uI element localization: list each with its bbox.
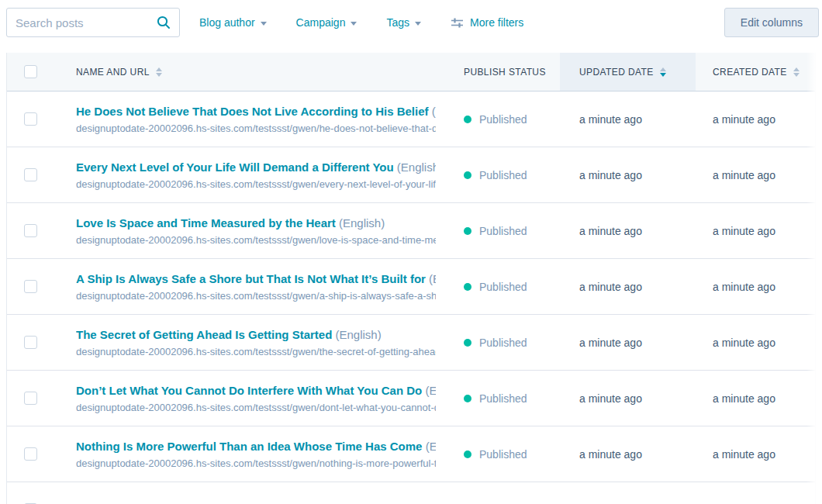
name-url-cell: He Does Not Believe That Does Not Live A… xyxy=(57,104,447,135)
more-filters-button[interactable]: More filters xyxy=(451,16,523,29)
publish-status-label: Published xyxy=(479,448,527,461)
published-dot-icon xyxy=(464,116,471,123)
updated-date-cell: a minute ago xyxy=(560,225,696,237)
publish-status-label: Published xyxy=(479,225,527,237)
post-url: designuptodate-20002096.hs-sites.com/tes… xyxy=(76,401,436,414)
column-header-publish-status: PUBLISH STATUS xyxy=(447,53,560,91)
chevron-down-icon xyxy=(415,22,421,26)
post-url: designuptodate-20002096.hs-sites.com/tes… xyxy=(76,289,436,302)
updated-date-cell: a minute ago xyxy=(560,169,696,181)
post-language-label: (Eng... xyxy=(426,272,436,285)
post-title-link[interactable]: A Ship Is Always Safe a Shore but That I… xyxy=(76,272,426,285)
post-title-link[interactable]: Every Next Level of Your Life Will Deman… xyxy=(76,161,394,174)
search-icon[interactable] xyxy=(157,16,179,29)
publish-status-cell: Published xyxy=(447,225,560,237)
publish-status-label: Published xyxy=(479,281,527,293)
search-box xyxy=(6,8,180,37)
row-checkbox[interactable] xyxy=(24,280,37,293)
blog-posts-page: Blog author Campaign Tags xyxy=(0,0,822,504)
post-title-link[interactable]: Love Is Space and Time Measured by the H… xyxy=(76,216,336,230)
column-header-label: CREATED DATE xyxy=(713,67,787,78)
publish-status-cell: Published xyxy=(447,281,560,293)
table-row: Love Is Space and Time Measured by the H… xyxy=(7,203,815,259)
updated-date-cell: a minute ago xyxy=(560,392,696,405)
select-all-checkbox[interactable] xyxy=(24,65,37,78)
name-url-cell: Who Looks Outside, Dreams, Who Looks Ins… xyxy=(57,501,447,504)
row-checkbox[interactable] xyxy=(24,168,37,181)
table-body: He Does Not Believe That Does Not Live A… xyxy=(7,91,815,504)
created-date-cell: a minute ago xyxy=(696,225,817,237)
publish-status-label: Published xyxy=(479,337,527,349)
table-row: Don’t Let What You Cannot Do Interfere W… xyxy=(7,371,815,426)
updated-date-cell: a minute ago xyxy=(560,281,696,293)
row-checkbox-cell xyxy=(7,336,57,349)
created-date-cell: a minute ago xyxy=(696,448,817,461)
chevron-down-icon xyxy=(261,22,267,26)
published-dot-icon xyxy=(464,171,471,179)
name-url-cell: A Ship Is Always Safe a Shore but That I… xyxy=(57,271,447,302)
column-header-name-url[interactable]: NAME AND URL xyxy=(57,53,447,91)
campaign-dropdown[interactable]: Campaign xyxy=(296,16,357,29)
post-language-label: (English) xyxy=(332,328,381,341)
post-title-link[interactable]: Don’t Let What You Cannot Do Interfere W… xyxy=(76,384,422,397)
column-header-label: UPDATED DATE xyxy=(579,67,654,78)
row-checkbox[interactable] xyxy=(24,336,37,349)
filter-dropdowns: Blog author Campaign Tags xyxy=(199,16,523,29)
more-filters-label: More filters xyxy=(470,16,523,29)
updated-date-cell: a minute ago xyxy=(560,113,696,126)
post-url: designuptodate-20002096.hs-sites.com/tes… xyxy=(76,457,436,470)
post-url: designuptodate-20002096.hs-sites.com/tes… xyxy=(76,122,436,135)
row-checkbox-cell xyxy=(7,112,57,126)
publish-status-label: Published xyxy=(479,392,527,405)
post-language-label: (En... xyxy=(422,384,436,397)
name-url-cell: Nothing Is More Powerful Than an Idea Wh… xyxy=(57,439,447,470)
row-checkbox[interactable] xyxy=(24,224,37,237)
name-url-cell: Every Next Level of Your Life Will Deman… xyxy=(57,160,447,191)
row-checkbox[interactable] xyxy=(24,392,37,405)
campaign-label: Campaign xyxy=(296,16,346,29)
name-url-cell: The Secret of Getting Ahead Is Getting S… xyxy=(57,327,447,358)
published-dot-icon xyxy=(464,339,471,347)
row-checkbox-cell xyxy=(7,224,57,237)
search-input[interactable] xyxy=(7,16,157,29)
post-language-label: (English) xyxy=(336,216,385,230)
published-dot-icon xyxy=(464,227,471,235)
column-header-label: NAME AND URL xyxy=(76,67,150,78)
post-url: designuptodate-20002096.hs-sites.com/tes… xyxy=(76,178,436,191)
row-checkbox-cell xyxy=(7,447,57,461)
created-date-cell: a minute ago xyxy=(696,113,817,126)
chevron-down-icon xyxy=(351,22,357,26)
column-header-updated-date[interactable]: UPDATED DATE xyxy=(560,53,696,91)
sort-arrows-icon[interactable] xyxy=(660,67,666,77)
select-all-cell xyxy=(7,53,57,91)
blog-author-dropdown[interactable]: Blog author xyxy=(199,16,267,29)
table-row: Every Next Level of Your Life Will Deman… xyxy=(7,147,815,203)
post-title-link[interactable]: Nothing Is More Powerful Than an Idea Wh… xyxy=(76,440,422,453)
publish-status-cell: Published xyxy=(447,169,560,181)
row-checkbox[interactable] xyxy=(24,112,37,126)
row-checkbox[interactable] xyxy=(24,447,37,461)
table-header-row: NAME AND URL PUBLISH STATUS UPDATED DATE… xyxy=(7,53,815,91)
post-title-link[interactable]: The Secret of Getting Ahead Is Getting S… xyxy=(76,328,332,341)
post-language-label: (En... xyxy=(422,440,436,453)
column-header-created-date[interactable]: CREATED DATE xyxy=(696,53,817,91)
name-url-cell: Love Is Space and Time Measured by the H… xyxy=(57,216,447,247)
post-title-link[interactable]: He Does Not Believe That Does Not Live A… xyxy=(76,105,429,118)
published-dot-icon xyxy=(464,283,471,291)
post-url: designuptodate-20002096.hs-sites.com/tes… xyxy=(76,233,436,247)
created-date-cell: a minute ago xyxy=(696,392,817,405)
posts-table: NAME AND URL PUBLISH STATUS UPDATED DATE… xyxy=(6,53,816,504)
tags-label: Tags xyxy=(386,16,409,29)
tags-dropdown[interactable]: Tags xyxy=(386,16,421,29)
sort-arrows-icon[interactable] xyxy=(793,67,800,77)
created-date-cell: a minute ago xyxy=(696,169,817,181)
filter-toolbar: Blog author Campaign Tags xyxy=(0,0,822,45)
publish-status-label: Published xyxy=(479,169,527,181)
sort-arrows-icon[interactable] xyxy=(156,67,162,77)
publish-status-cell: Published xyxy=(447,392,560,405)
updated-date-cell: a minute ago xyxy=(560,448,696,461)
table-row: A Ship Is Always Safe a Shore but That I… xyxy=(7,259,815,315)
table-row: Who Looks Outside, Dreams, Who Looks Ins… xyxy=(7,482,815,504)
published-dot-icon xyxy=(464,450,471,458)
edit-columns-button[interactable]: Edit columns xyxy=(724,8,819,37)
